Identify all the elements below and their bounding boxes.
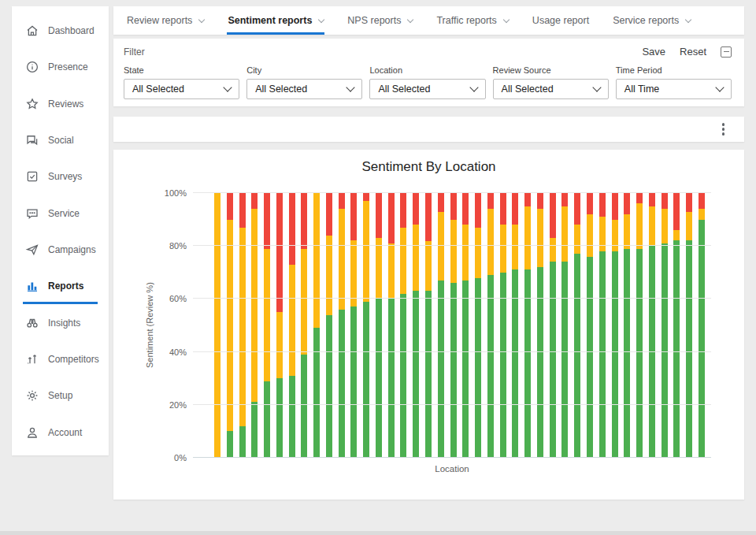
paper-plane-icon [25, 243, 39, 257]
bar-segment-negative [475, 193, 481, 228]
filter-panel: Filter Save Reset State All Selected Cit… [113, 39, 744, 106]
stacked-bar [438, 193, 444, 458]
bar-segment-neutral [462, 225, 469, 281]
bar-segment-positive [487, 275, 494, 458]
bar-segment-neutral [339, 209, 345, 310]
sidebar-item-social[interactable]: Social [12, 122, 109, 158]
bar-segment-neutral [662, 209, 668, 243]
chevron-down-icon [224, 83, 232, 91]
sidebar-item-reports[interactable]: Reports [12, 268, 109, 304]
tab-sentiment-reports[interactable]: Sentiment reports [216, 6, 335, 35]
tab-traffic-reports[interactable]: Traffic reports [424, 6, 520, 35]
stacked-bar [413, 193, 419, 458]
star-icon [25, 97, 39, 111]
bar-segment-positive [413, 291, 419, 458]
bar-segment-neutral [487, 209, 494, 275]
bar-segment-positive [289, 376, 295, 458]
save-button[interactable]: Save [642, 46, 665, 58]
bar-segment-positive [599, 251, 606, 458]
chevron-down-icon [685, 16, 691, 22]
sidebar-item-label: Reports [48, 281, 83, 292]
bar-segment-neutral [624, 214, 630, 249]
sidebar-item-setup[interactable]: Setup [12, 377, 109, 414]
bar-segment-positive [227, 431, 233, 458]
stacked-bar [686, 193, 692, 458]
stacked-bar [487, 193, 494, 458]
sidebar-item-campaigns[interactable]: Campaigns [12, 232, 109, 268]
bar-segment-positive [462, 281, 469, 458]
bar-segment-neutral [699, 209, 705, 219]
stacked-bar [276, 193, 283, 458]
more-options-button[interactable] [719, 120, 728, 139]
gridline [193, 404, 711, 405]
bar-segment-positive [475, 278, 481, 458]
sidebar-item-label: Social [48, 135, 74, 146]
filter-field-state: State All Selected [124, 65, 239, 99]
chevron-down-icon [198, 16, 205, 22]
bar-segment-positive [350, 307, 357, 458]
bar-segment-negative [686, 193, 692, 212]
bar-segment-neutral [500, 225, 506, 272]
sidebar-item-label: Competitors [48, 354, 99, 365]
sidebar-item-label: Campaigns [48, 244, 96, 255]
x-axis-title: Location [193, 464, 711, 474]
bar-segment-negative [673, 193, 680, 230]
bar-segment-neutral [264, 249, 270, 381]
sidebar-item-insights[interactable]: Insights [12, 305, 109, 341]
bar-segment-neutral [537, 209, 543, 267]
bars-container [214, 193, 705, 458]
bar-segment-neutral [326, 236, 332, 315]
info-icon [25, 60, 39, 74]
filter-title: Filter [124, 46, 145, 58]
chevron-down-icon [469, 83, 478, 91]
bar-segment-positive [339, 310, 345, 458]
bar-segment-neutral [550, 238, 556, 262]
bar-segment-negative [550, 193, 556, 238]
bar-segment-neutral [574, 225, 580, 254]
bar-segment-positive [500, 273, 506, 458]
tab-service-reports[interactable]: Service reports [601, 6, 702, 35]
sidebar-item-label: Presence [48, 61, 88, 72]
bar-segment-negative [425, 193, 432, 240]
sidebar-item-account[interactable]: Account [12, 414, 109, 451]
y-tick-label: 0% [144, 453, 187, 463]
filter-field-location: Location All Selected [369, 65, 485, 99]
state-select[interactable]: All Selected [124, 79, 239, 99]
stacked-bar [475, 193, 481, 458]
report-toolbar [113, 117, 744, 142]
stacked-bar [339, 193, 345, 458]
bar-segment-neutral [524, 206, 531, 270]
sidebar-item-competitors[interactable]: Competitors [12, 341, 109, 377]
sidebar-item-dashboard[interactable]: Dashboard [12, 13, 109, 49]
tab-nps-reports[interactable]: NPS reports [335, 6, 424, 35]
reset-button[interactable]: Reset [680, 46, 706, 58]
y-tick-label: 20% [144, 400, 187, 410]
sidebar-item-presence[interactable]: Presence [12, 49, 109, 85]
sidebar-item-reviews[interactable]: Reviews [12, 86, 109, 122]
gridline [193, 298, 711, 299]
bar-segment-positive [438, 281, 444, 458]
sidebar-item-service[interactable]: Service [12, 195, 109, 232]
y-tick-label: 60% [144, 294, 187, 303]
bar-segment-negative [350, 193, 357, 240]
chevron-down-icon [592, 83, 601, 91]
bar-segment-positive [276, 378, 283, 458]
bar-segment-neutral [289, 265, 295, 376]
bar-segment-neutral [686, 212, 692, 241]
location-select[interactable]: All Selected [369, 79, 485, 99]
bar-segment-neutral [388, 243, 395, 299]
collapse-filter-button[interactable] [721, 46, 732, 58]
review-source-select[interactable]: All Selected [493, 79, 609, 99]
sentiment-chart-card: Sentiment By Location Sentiment (Review … [113, 150, 744, 500]
stacked-bar [587, 193, 593, 458]
sidebar-item-surveys[interactable]: Surveys [12, 158, 109, 195]
bar-segment-negative [699, 193, 705, 209]
bar-segment-negative [612, 193, 618, 220]
tab-usage-report[interactable]: Usage report [521, 6, 601, 35]
stacked-bar [289, 193, 295, 458]
bar-segment-neutral [425, 241, 432, 292]
city-select[interactable]: All Selected [246, 79, 362, 99]
time-period-select[interactable]: All Time [616, 79, 732, 99]
tab-review-reports[interactable]: Review reports [115, 6, 216, 35]
bar-segment-positive [636, 249, 643, 458]
